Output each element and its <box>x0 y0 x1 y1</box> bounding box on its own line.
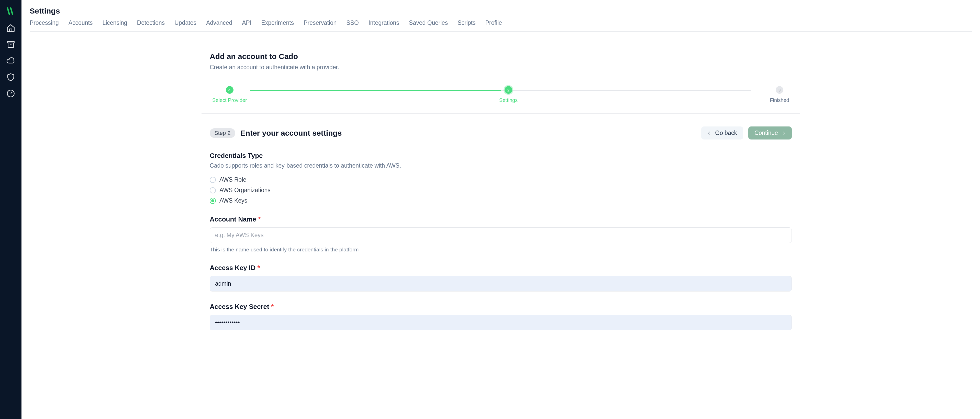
required-indicator: * <box>257 264 260 271</box>
shield-icon[interactable] <box>6 73 15 82</box>
go-back-label: Go back <box>715 130 737 136</box>
radio-label: AWS Role <box>220 176 246 183</box>
tab-updates[interactable]: Updates <box>174 19 196 32</box>
step-number: 3 <box>776 86 783 94</box>
tab-integrations[interactable]: Integrations <box>369 19 399 32</box>
label-text: Access Key ID <box>210 264 256 271</box>
page-title: Settings <box>30 6 972 15</box>
step-connector-pending <box>501 90 751 91</box>
tab-advanced[interactable]: Advanced <box>206 19 232 32</box>
tab-experiments[interactable]: Experiments <box>261 19 294 32</box>
step-label: Select Provider <box>212 97 247 103</box>
radio-aws-role[interactable]: AWS Role <box>210 176 792 183</box>
step-settings[interactable]: 2 Settings <box>499 86 518 103</box>
step-badge: Step 2 <box>210 128 235 138</box>
access-key-secret-label: Access Key Secret * <box>210 303 792 311</box>
radio-icon <box>210 198 216 204</box>
tab-sso[interactable]: SSO <box>346 19 359 32</box>
tab-api[interactable]: API <box>242 19 251 32</box>
sidebar <box>0 0 21 419</box>
access-key-secret-input[interactable] <box>210 315 792 330</box>
home-icon[interactable] <box>6 24 15 33</box>
step-number: 2 <box>504 86 512 94</box>
archive-icon[interactable] <box>6 40 15 49</box>
step-label: Settings <box>499 97 518 103</box>
stepper: ✓ Select Provider 2 Settings 3 Finished <box>210 86 792 103</box>
tabs: Processing Accounts Licensing Detections… <box>30 19 972 32</box>
radio-label: AWS Organizations <box>220 187 270 194</box>
tab-scripts[interactable]: Scripts <box>458 19 476 32</box>
wizard-subtitle: Create an account to authenticate with a… <box>210 64 792 71</box>
step-select-provider[interactable]: ✓ Select Provider <box>212 86 247 103</box>
step-heading: Enter your account settings <box>240 129 342 138</box>
account-name-input[interactable] <box>210 227 792 243</box>
radio-aws-keys[interactable]: AWS Keys <box>210 197 792 204</box>
credentials-type-title: Credentials Type <box>210 152 792 160</box>
tab-detections[interactable]: Detections <box>137 19 165 32</box>
access-key-id-input[interactable] <box>210 276 792 292</box>
divider <box>202 113 800 114</box>
radio-icon <box>210 187 216 194</box>
cloud-icon[interactable] <box>6 56 15 65</box>
tab-profile[interactable]: Profile <box>485 19 502 32</box>
header: Settings Processing Accounts Licensing D… <box>21 0 980 32</box>
access-key-id-label: Access Key ID * <box>210 264 792 272</box>
tab-preservation[interactable]: Preservation <box>304 19 337 32</box>
continue-label: Continue <box>754 130 778 136</box>
required-indicator: * <box>271 303 274 310</box>
check-icon: ✓ <box>226 86 234 94</box>
arrow-right-icon <box>781 130 786 136</box>
gauge-icon[interactable] <box>6 89 15 98</box>
step-label: Finished <box>770 97 789 103</box>
arrow-left-icon <box>707 130 713 136</box>
step-connector-complete <box>250 90 501 91</box>
label-text: Access Key Secret <box>210 303 269 310</box>
credentials-type-desc: Cado supports roles and key-based creden… <box>210 162 792 169</box>
wizard-title: Add an account to Cado <box>210 52 792 61</box>
tab-processing[interactable]: Processing <box>30 19 59 32</box>
account-name-label: Account Name * <box>210 215 792 223</box>
logo <box>6 6 16 16</box>
radio-icon <box>210 177 216 183</box>
step-finished[interactable]: 3 Finished <box>770 86 789 103</box>
radio-aws-organizations[interactable]: AWS Organizations <box>210 187 792 194</box>
tab-licensing[interactable]: Licensing <box>102 19 127 32</box>
tab-accounts[interactable]: Accounts <box>68 19 93 32</box>
go-back-button[interactable]: Go back <box>701 127 743 140</box>
label-text: Account Name <box>210 215 256 223</box>
radio-label: AWS Keys <box>220 197 247 204</box>
continue-button[interactable]: Continue <box>748 127 792 140</box>
account-name-help: This is the name used to identify the cr… <box>210 246 792 253</box>
tab-saved-queries[interactable]: Saved Queries <box>409 19 448 32</box>
required-indicator: * <box>258 215 261 223</box>
